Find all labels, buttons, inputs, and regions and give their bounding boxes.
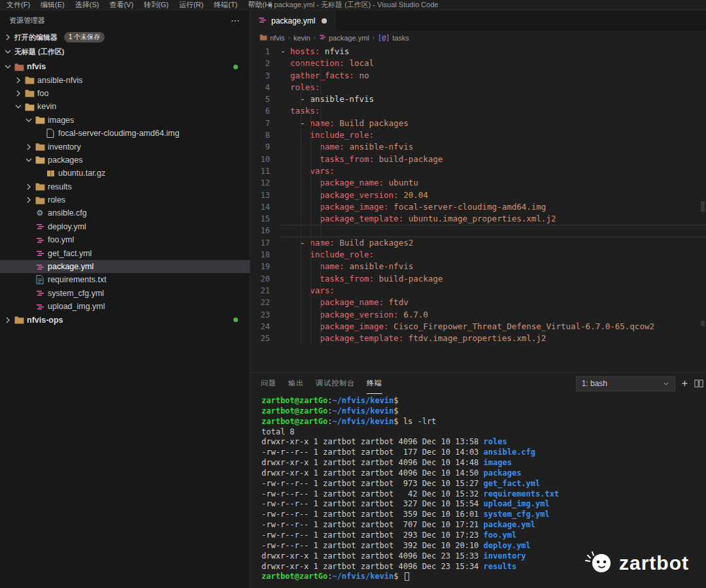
code-lines: 1- hosts: nfvis2 connection: local3 gath… bbox=[250, 46, 706, 344]
tree-item-packages[interactable]: packages bbox=[0, 154, 250, 167]
chevron-right-icon bbox=[24, 182, 34, 192]
breadcrumb-item-file[interactable]: package.yml bbox=[319, 33, 369, 42]
split-terminal-icon[interactable] bbox=[694, 379, 703, 388]
menu-edit[interactable]: 编辑(E) bbox=[41, 0, 65, 10]
unsaved-dot-icon[interactable] bbox=[322, 18, 327, 24]
code-text: gather_facts: no bbox=[280, 70, 706, 82]
code-line-10[interactable]: 10 tasks_from: build-package bbox=[250, 154, 706, 165]
code-text: - hosts: nfvis bbox=[280, 46, 706, 57]
code-line-15[interactable]: 15 package_template: ubuntu.image_proper… bbox=[250, 213, 706, 225]
breadcrumb-item-symbol-tasks[interactable]: [@] tasks bbox=[378, 34, 409, 42]
tree-item-inventory[interactable]: inventory bbox=[0, 140, 250, 153]
tree-item-ansible-nfvis[interactable]: ansible-nfvis bbox=[0, 73, 250, 86]
tree-item-images[interactable]: images bbox=[0, 114, 250, 127]
code-line-24[interactable]: 24 package_image: Cisco_Firepower_Threat… bbox=[250, 321, 706, 333]
code-line-5[interactable]: 5 - ansible-nfvis bbox=[250, 93, 706, 105]
tab-package-yml[interactable]: package.yml bbox=[250, 10, 335, 31]
code-line-2[interactable]: 2 connection: local bbox=[250, 57, 706, 69]
breadcrumb-separator: › bbox=[373, 34, 375, 41]
menu-view[interactable]: 查看(V) bbox=[109, 0, 133, 10]
tree-item-ansible.cfg[interactable]: ⚙ansible.cfg bbox=[0, 206, 250, 220]
code-line-19[interactable]: 19 name: ansible-nfvis bbox=[250, 261, 706, 272]
menu-run[interactable]: 运行(R) bbox=[179, 0, 203, 10]
code-text: tasks: bbox=[280, 105, 706, 117]
zartbot-logo-icon bbox=[584, 549, 613, 578]
menu-help[interactable]: 帮助(H) bbox=[248, 0, 272, 10]
tree-item-label: get_fact.yml bbox=[48, 249, 92, 258]
terminal-shell-select[interactable]: 1: bash bbox=[576, 376, 675, 391]
tree-item-label: ansible-nfvis bbox=[37, 76, 82, 85]
editor-group: package.yml nfvis › kevin › bbox=[250, 10, 706, 588]
ofolder-icon bbox=[24, 103, 35, 111]
tab-terminal[interactable]: 终端 bbox=[367, 373, 382, 394]
more-actions-icon[interactable]: ⋯ bbox=[231, 15, 241, 25]
tab-debug-console[interactable]: 调试控制台 bbox=[316, 373, 355, 394]
code-text: name: ansible-nfvis bbox=[280, 261, 706, 272]
tree-item-package.yml[interactable]: package.yml bbox=[0, 260, 250, 273]
code-line-14[interactable]: 14 package_image: focal-server-cloudimg-… bbox=[250, 201, 706, 213]
open-editors-section[interactable]: 打开的编辑器 1 个未保存 bbox=[0, 30, 250, 44]
tree-item-get_fact.yml[interactable]: get_fact.yml bbox=[0, 246, 250, 259]
code-line-12[interactable]: 12 package_name: ubuntu bbox=[250, 177, 706, 189]
line-number: 23 bbox=[250, 309, 280, 321]
root-icon bbox=[13, 63, 25, 71]
tree-item-foo.yml[interactable]: foo.yml bbox=[0, 233, 250, 246]
tab-problems[interactable]: 问题 bbox=[261, 373, 277, 394]
code-line-6[interactable]: 6 tasks: bbox=[250, 105, 706, 117]
code-line-17[interactable]: 17 - name: Build packages2 bbox=[250, 237, 706, 249]
menu-terminal[interactable]: 终端(T) bbox=[214, 0, 237, 10]
explorer-sidebar: 资源管理器 ⋯ 打开的编辑器 1 个未保存 无标题 (工作区) nfvisans… bbox=[0, 10, 250, 588]
tab-output[interactable]: 输出 bbox=[288, 373, 304, 394]
line-number: 14 bbox=[250, 201, 280, 213]
line-number: 18 bbox=[250, 249, 280, 261]
code-line-20[interactable]: 20 tasks_from: build-package bbox=[250, 273, 706, 285]
terminal-line: total 8 bbox=[261, 427, 706, 438]
line-number: 1 bbox=[250, 46, 280, 57]
tree-item-upload_img.yml[interactable]: upload_img.yml bbox=[0, 300, 250, 313]
code-line-11[interactable]: 11 vars: bbox=[250, 165, 706, 177]
code-line-16[interactable]: 16 bbox=[250, 225, 706, 237]
chevron-right-icon bbox=[24, 142, 34, 152]
menu-selection[interactable]: 选择(S) bbox=[75, 0, 99, 10]
breadcrumb-item-kevin[interactable]: kevin bbox=[294, 34, 311, 42]
code-line-18[interactable]: 18 include_role: bbox=[250, 249, 706, 261]
git-status-dot bbox=[233, 65, 238, 69]
ofolder-icon bbox=[34, 155, 46, 164]
code-editor[interactable]: 1- hosts: nfvis2 connection: local3 gath… bbox=[250, 44, 706, 372]
workspace-section[interactable]: 无标题 (工作区) bbox=[0, 44, 250, 59]
code-line-4[interactable]: 4 roles: bbox=[250, 82, 706, 93]
code-line-23[interactable]: 23 package_version: 6.7.0 bbox=[250, 309, 706, 321]
yaml-icon bbox=[34, 263, 46, 271]
tree-item-requirements.txt[interactable]: requirements.txt bbox=[0, 273, 250, 286]
code-line-22[interactable]: 22 package_name: ftdv bbox=[250, 297, 706, 308]
code-line-8[interactable]: 8 include_role: bbox=[250, 129, 706, 141]
tree-item-focal-server-cloudimg-amd64.img[interactable]: focal-server-cloudimg-amd64.img bbox=[0, 127, 250, 140]
code-line-13[interactable]: 13 package_version: 20.04 bbox=[250, 189, 706, 201]
line-number: 5 bbox=[250, 93, 280, 105]
tree-item-system_cfg.yml[interactable]: system_cfg.yml bbox=[0, 287, 250, 300]
code-line-1[interactable]: 1- hosts: nfvis bbox=[250, 46, 706, 57]
tree-item-nfvis-ops[interactable]: nfvis-ops bbox=[0, 313, 250, 326]
open-editors-label: 打开的编辑器 bbox=[14, 33, 58, 42]
tree-item-deploy.yml[interactable]: deploy.yml bbox=[0, 220, 250, 233]
code-line-3[interactable]: 3 gather_facts: no bbox=[250, 70, 706, 82]
code-line-7[interactable]: 7 - name: Build packages bbox=[250, 118, 706, 129]
line-number: 9 bbox=[250, 141, 280, 153]
code-line-25[interactable]: 25 package_template: ftdv.image_properti… bbox=[250, 333, 706, 344]
code-text: package_template: ftdv.image_properties.… bbox=[280, 333, 706, 344]
code-line-21[interactable]: 21 vars: bbox=[250, 285, 706, 297]
breadcrumb-separator: › bbox=[288, 34, 290, 41]
tree-item-results[interactable]: results bbox=[0, 180, 250, 193]
tree-item-ubuntu.tar.gz[interactable]: ubuntu.tar.gz bbox=[0, 167, 250, 180]
tree-item-nfvis[interactable]: nfvis bbox=[0, 60, 250, 73]
breadcrumb-item-nfvis[interactable]: nfvis bbox=[260, 34, 285, 42]
tree-item-roles[interactable]: roles bbox=[0, 193, 250, 206]
menu-goto[interactable]: 转到(G) bbox=[144, 0, 169, 10]
new-terminal-button[interactable]: + bbox=[682, 378, 688, 389]
tree-item-foo[interactable]: foo bbox=[0, 87, 250, 100]
tree-item-kevin[interactable]: kevin bbox=[0, 100, 250, 113]
menu-file[interactable]: 文件(F) bbox=[7, 0, 30, 10]
code-line-9[interactable]: 9 name: ansible-nfvis bbox=[250, 141, 706, 153]
code-text: roles: bbox=[280, 82, 706, 93]
workspace-label: 无标题 (工作区) bbox=[14, 47, 64, 57]
